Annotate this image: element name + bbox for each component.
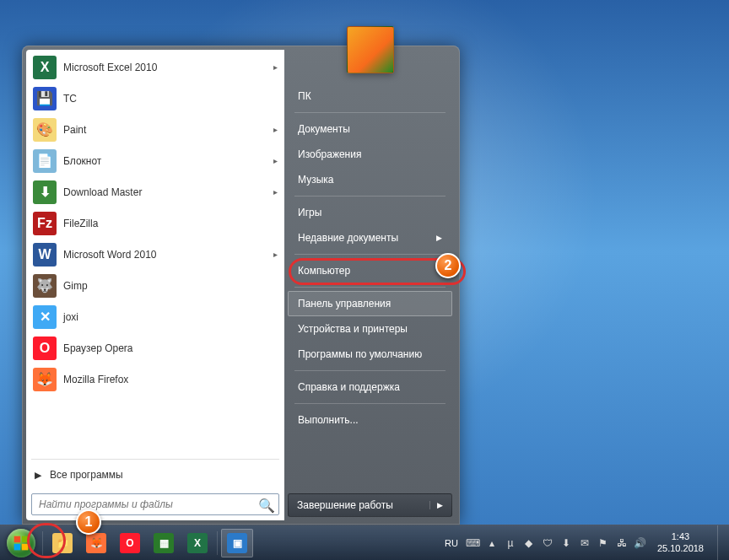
- submenu-arrow-icon: ▸: [273, 62, 278, 72]
- shutdown-label: Завершение работы: [297, 499, 393, 511]
- program-label: Paint: [63, 124, 273, 136]
- program-item[interactable]: 🎨Paint▸: [28, 114, 283, 145]
- separator: [31, 459, 279, 460]
- shutdown-button[interactable]: Завершение работы ▶: [288, 493, 452, 517]
- submenu-arrow-icon: ▶: [436, 234, 442, 242]
- program-icon: 🎨: [33, 118, 57, 142]
- show-desktop-button[interactable]: [717, 525, 726, 561]
- tray-network-icon[interactable]: 🖧: [615, 536, 629, 550]
- program-item[interactable]: ✕joxi: [28, 301, 283, 332]
- tray-utorrent-icon[interactable]: µ: [504, 536, 517, 550]
- right-item-label: Устройства и принтеры: [298, 323, 408, 335]
- tray-flag-icon[interactable]: ⚑: [597, 536, 610, 550]
- program-item[interactable]: WMicrosoft Word 2010▸: [28, 239, 283, 270]
- recent-programs-list: XMicrosoft Excel 2010▸💾TC🎨Paint▸📄Блокнот…: [26, 50, 284, 457]
- separator: [294, 403, 446, 404]
- program-icon: 🦊: [33, 368, 57, 391]
- search-icon: 🔍: [258, 498, 272, 511]
- program-label: Microsoft Excel 2010: [63, 62, 273, 73]
- right-pane-item[interactable]: Игры: [288, 200, 452, 225]
- right-pane-item[interactable]: ПК: [288, 83, 452, 109]
- user-picture[interactable]: [347, 26, 394, 73]
- program-item[interactable]: XMicrosoft Excel 2010▸: [28, 51, 283, 83]
- right-pane-item[interactable]: Устройства и принтеры: [288, 316, 452, 342]
- svg-rect-0: [14, 536, 21, 542]
- tray-download-icon[interactable]: ⬇: [559, 536, 573, 550]
- svg-rect-2: [14, 543, 21, 550]
- right-pane-item[interactable]: Изображения: [288, 142, 452, 167]
- taskbar-divider: [42, 531, 43, 555]
- language-indicator[interactable]: RU: [441, 538, 462, 548]
- start-menu: XMicrosoft Excel 2010▸💾TC🎨Paint▸📄Блокнот…: [22, 46, 460, 525]
- program-icon: Fz: [33, 212, 57, 235]
- separator: [294, 196, 446, 197]
- program-label: Download Master: [63, 186, 273, 198]
- right-pane-item[interactable]: Недавние документы▶: [288, 225, 452, 250]
- program-icon: X: [33, 56, 57, 79]
- tray-shield-icon[interactable]: 🛡: [541, 536, 554, 550]
- tray-app2-icon[interactable]: ✉: [578, 536, 591, 550]
- right-item-label: Игры: [298, 207, 321, 218]
- program-item[interactable]: 🦊Mozilla Firefox: [28, 363, 283, 395]
- program-icon: ⬇: [33, 180, 57, 204]
- right-pane-item[interactable]: Документы: [288, 116, 452, 142]
- program-item[interactable]: OБраузер Opera: [28, 332, 283, 363]
- program-label: joxi: [63, 311, 278, 323]
- search-box[interactable]: 🔍: [31, 493, 279, 515]
- right-pane-item[interactable]: Компьютер: [288, 258, 452, 283]
- right-pane-item[interactable]: Справка и поддержка: [288, 374, 452, 400]
- start-button[interactable]: [3, 525, 39, 561]
- tray-show-hidden-icon[interactable]: ▴: [485, 536, 499, 550]
- right-item-label: Справка и поддержка: [298, 381, 400, 393]
- annotation-marker-2: 2: [435, 253, 461, 278]
- program-item[interactable]: 🐺Gimp: [28, 270, 283, 301]
- clock-time: 1:43: [657, 531, 704, 542]
- program-label: Блокнот: [63, 155, 273, 167]
- taskbar-opera[interactable]: O: [114, 529, 146, 557]
- program-icon: 📄: [33, 149, 57, 173]
- search-input[interactable]: [39, 498, 258, 510]
- taskbar-divider: [217, 531, 218, 555]
- running-apps: ▣: [221, 529, 253, 557]
- svg-rect-3: [22, 543, 29, 550]
- start-menu-right-pane: ПКДокументыИзображенияМузыкаИгрыНедавние…: [284, 50, 456, 520]
- tray-app-icon[interactable]: ◆: [522, 536, 536, 550]
- separator: [294, 112, 446, 113]
- submenu-arrow-icon: ▸: [273, 156, 278, 165]
- taskbar-clock[interactable]: 1:43 25.10.2018: [652, 531, 709, 553]
- right-item-label: Выполнить...: [298, 414, 359, 426]
- windows-orb-icon: [7, 529, 35, 557]
- program-item[interactable]: 📄Блокнот▸: [28, 145, 283, 176]
- right-pane-item[interactable]: Программы по умолчанию: [288, 342, 452, 367]
- program-item[interactable]: ⬇Download Master▸: [28, 176, 283, 207]
- right-pane-item[interactable]: Музыка: [288, 167, 452, 192]
- program-icon: O: [33, 337, 57, 360]
- right-item-label: Компьютер: [298, 265, 350, 277]
- all-programs-button[interactable]: ▶ Все программы: [26, 461, 284, 488]
- annotation-marker-1: 1: [76, 509, 101, 535]
- keyboard-icon[interactable]: ⌨: [467, 536, 480, 550]
- taskbar-running-app[interactable]: ▣: [221, 529, 253, 557]
- svg-rect-1: [22, 536, 29, 542]
- taskbar-app-green[interactable]: ▦: [148, 529, 180, 557]
- shutdown-options-arrow-icon[interactable]: ▶: [429, 501, 443, 509]
- program-label: FileZilla: [63, 218, 278, 229]
- right-item-label: Документы: [298, 123, 350, 135]
- program-icon: 🐺: [33, 274, 57, 298]
- all-programs-arrow-icon: ▶: [35, 470, 41, 481]
- tray-volume-icon[interactable]: 🔊: [634, 536, 647, 550]
- right-item-label: Изображения: [298, 148, 361, 160]
- program-item[interactable]: 💾TC: [28, 83, 283, 114]
- submenu-arrow-icon: ▸: [273, 250, 278, 259]
- program-label: Gimp: [63, 280, 278, 292]
- program-label: TC: [63, 93, 278, 105]
- taskbar-explorer[interactable]: 📁: [46, 529, 78, 557]
- taskbar-excel[interactable]: X: [181, 529, 213, 557]
- taskbar: 📁 🦊 O ▦ X ▣ RU ⌨ ▴ µ ◆ 🛡 ⬇ ✉ ⚑ 🖧 🔊 1:43 …: [0, 525, 729, 560]
- right-pane-item[interactable]: Выполнить...: [288, 407, 452, 433]
- right-pane-item[interactable]: Панель управления: [288, 291, 452, 316]
- clock-date: 25.10.2018: [657, 543, 704, 554]
- program-item[interactable]: FzFileZilla: [28, 207, 283, 239]
- submenu-arrow-icon: ▸: [273, 125, 278, 134]
- right-item-label: Недавние документы: [298, 232, 398, 244]
